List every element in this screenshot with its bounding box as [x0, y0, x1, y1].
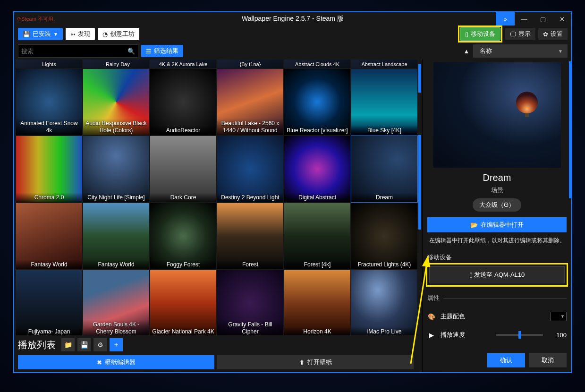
content-area: Lights- Rainy Day4K & 2K Aurora Lake{By …	[14, 60, 571, 372]
tile-label: Fujiyama- Japan	[16, 327, 82, 336]
search-icon[interactable]: 🔍	[127, 48, 135, 55]
open-in-editor-button[interactable]: 📂在编辑器中打开	[427, 217, 567, 232]
rating-badge: 大众级（G）	[473, 198, 521, 212]
tile-label: Dream	[351, 193, 417, 202]
wallpaper-tile[interactable]: City Night Life [Simple]	[83, 136, 149, 202]
wallpaper-tile[interactable]: Horizon 4K	[284, 270, 350, 336]
wallpaper-tile[interactable]: Dark Core	[150, 136, 216, 202]
wallpaper-tile[interactable]: AudioReactor	[150, 69, 216, 135]
wallpaper-tile-partial[interactable]: Abstract Clouds 4K	[284, 60, 350, 68]
properties-section-label: 属性	[427, 294, 567, 302]
mobile-highlight: ▯移动设备	[460, 27, 500, 41]
ok-button[interactable]: 确认	[487, 353, 525, 367]
editor-description: 在编辑器中打开此壁纸，以对其进行编辑或将其删除。	[427, 236, 567, 245]
wallpaper-tile-partial[interactable]: 4K & 2K Aurora Lake	[150, 60, 216, 68]
window-title: Wallpaper Engine 2.5.7 - Steam 版	[14, 15, 571, 23]
play-speed-slider[interactable]	[496, 334, 543, 336]
wallpaper-tile[interactable]: Destiny 2 Beyond Light	[217, 136, 283, 202]
preview-image	[433, 62, 561, 168]
wallpaper-tile[interactable]: Chroma 2.0	[16, 136, 82, 202]
theme-color-picker[interactable]	[551, 312, 567, 321]
mobile-button[interactable]: ▯移动设备	[460, 27, 500, 41]
playlist-settings-button[interactable]: ⚙	[93, 338, 107, 351]
slider-thumb[interactable]	[518, 331, 521, 339]
wallpaper-tile-partial[interactable]: Abstract Landscape	[351, 60, 417, 68]
wallpaper-tile[interactable]: Foggy Forest	[150, 203, 216, 269]
wallpaper-tile[interactable]: Fractured Lights (4K)	[351, 203, 417, 269]
save-icon: 💾	[23, 31, 30, 38]
wallpaper-editor-button[interactable]: ✖壁纸编辑器	[18, 355, 214, 369]
play-icon: ▶	[427, 332, 436, 339]
sort-select[interactable]: 名称	[473, 44, 568, 58]
search-input[interactable]	[21, 48, 127, 55]
wallpaper-tile-partial[interactable]: Lights	[16, 60, 82, 68]
discover-tab[interactable]: ➳发现	[66, 28, 95, 40]
steam-icon: ⟳	[17, 16, 21, 22]
monitor-icon: 🖵	[510, 31, 516, 38]
balloon-graphic	[516, 92, 538, 120]
tile-label: Audio Responsive Black Hole (Colors)	[83, 119, 149, 135]
steam-icon: ◔	[102, 31, 108, 38]
gallery-scrollbar-thumb[interactable]	[418, 64, 421, 93]
tile-label: Destiny 2 Beyond Light	[217, 193, 283, 202]
tile-label: Horizon 4K	[284, 327, 350, 336]
tile-label: Blue Reactor [visualizer]	[284, 126, 350, 135]
installed-tab[interactable]: 💾 已安装 ▼	[18, 28, 63, 40]
filter-results-button[interactable]: ☰筛选结果	[141, 45, 183, 57]
wallpaper-tile[interactable]: iMac Pro Live	[351, 270, 417, 336]
search-box[interactable]: 🔍	[18, 44, 138, 58]
tile-label: Forest	[217, 260, 283, 269]
sidebar-scrollbar[interactable]	[569, 61, 571, 198]
app-window: ⟳Steam 不可用。 Wallpaper Engine 2.5.7 - Ste…	[13, 11, 572, 373]
wallpaper-tile[interactable]: Fujiyama- Japan	[16, 270, 82, 336]
wallpaper-tile[interactable]: Blue Reactor [visualizer]	[284, 69, 350, 135]
sort-direction-toggle[interactable]: ▲	[462, 46, 471, 56]
send-to-device-button[interactable]: ▯ 发送至 AQM-AL10	[429, 266, 565, 283]
wallpaper-tile-partial[interactable]: - Rainy Day	[83, 60, 149, 68]
open-wallpaper-button[interactable]: ⬆打开壁纸	[217, 355, 414, 369]
wallpaper-tile[interactable]: Beautiful Lake - 2560 x 1440 / Without S…	[217, 69, 283, 135]
play-speed-row: ▶ 播放速度 100	[427, 331, 567, 339]
tile-label: AudioReactor	[150, 126, 216, 135]
close-button[interactable]: ✕	[552, 12, 571, 26]
wallpaper-tile[interactable]: Fantasy World	[83, 203, 149, 269]
tile-label: Digital Abstract	[284, 193, 350, 202]
folder-open-icon: 📂	[470, 222, 478, 229]
playlist-add-button[interactable]: ＋	[110, 338, 123, 351]
tile-label: iMac Pro Live	[351, 327, 417, 336]
tile-label: Chroma 2.0	[16, 193, 82, 202]
wallpaper-tile[interactable]: Gravity Falls - Bill Cipher	[217, 270, 283, 336]
wallpaper-tile-partial[interactable]: {By t1na}	[217, 60, 283, 68]
expand-button[interactable]: »	[496, 12, 515, 26]
wallpaper-tile[interactable]: Blue Sky [4K]	[351, 69, 417, 135]
gallery-scrollbar-track[interactable]	[418, 60, 421, 372]
wallpaper-tile[interactable]: Audio Responsive Black Hole (Colors)	[83, 69, 149, 135]
display-button[interactable]: 🖵显示	[505, 28, 535, 40]
wallpaper-tile[interactable]: Digital Abstract	[284, 136, 350, 202]
gallery-scrollbar-thumb[interactable]	[418, 135, 421, 230]
playlist-open-folder-button[interactable]: 📁	[61, 338, 75, 351]
playlist-save-button[interactable]: 💾	[77, 338, 91, 351]
wallpaper-tile[interactable]: Forest [4k]	[284, 203, 350, 269]
sidebar: Dream 场景 大众级（G） 📂在编辑器中打开 在编辑器中打开此壁纸，以对其进…	[422, 60, 571, 372]
minimize-button[interactable]: —	[515, 12, 534, 26]
maximize-button[interactable]: ▢	[534, 12, 552, 26]
wallpaper-type: 场景	[427, 186, 567, 195]
wallpaper-tile[interactable]: Dream	[351, 136, 417, 202]
chevron-down-icon: ▼	[53, 32, 58, 37]
compass-icon: ➳	[70, 31, 76, 38]
wallpaper-tile[interactable]: Glacier National Park 4K	[150, 270, 216, 336]
tile-label: City Night Life [Simple]	[83, 193, 149, 202]
gear-icon: ✿	[543, 31, 548, 38]
workshop-tab[interactable]: ◔创意工坊	[98, 28, 139, 40]
mobile-section-label: 移动设备	[427, 253, 567, 262]
wallpaper-tile[interactable]: Fantasy World	[16, 203, 82, 269]
cancel-button[interactable]: 取消	[529, 353, 567, 367]
settings-button[interactable]: ✿设置	[538, 28, 568, 40]
bottom-panel: 播放列表 📁 💾 ⚙ ＋ ✖壁纸编辑器 ⬆打开壁纸	[14, 335, 417, 372]
wallpaper-tile[interactable]: Forest	[217, 203, 283, 269]
wallpaper-tile[interactable]: Garden Souls 4K - Cherry Blossom	[83, 270, 149, 336]
filter-icon: ☰	[146, 48, 152, 55]
wallpaper-tile[interactable]: Animated Forest Snow 4k	[16, 69, 82, 135]
tile-label: Fractured Lights (4K)	[351, 260, 417, 269]
